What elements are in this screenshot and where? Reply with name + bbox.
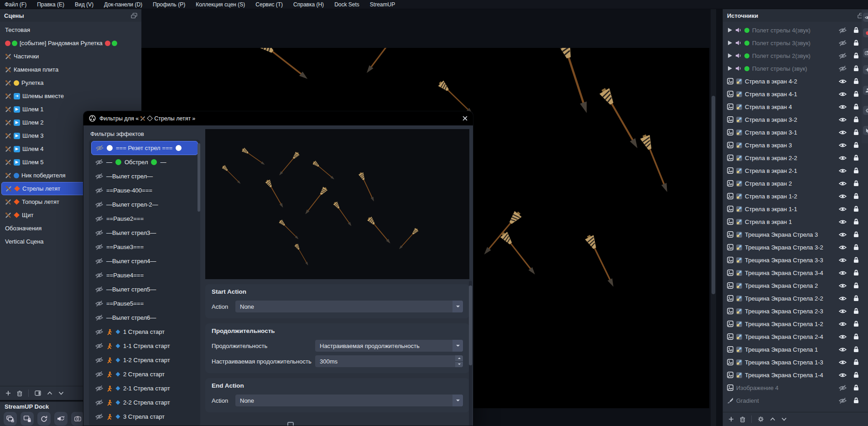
dock-strip-cursor-button[interactable] [863, 126, 868, 135]
source-item[interactable]: Стрела в экран 2-2 [723, 151, 868, 164]
refresh-audio-monitoring-button[interactable] [54, 412, 68, 426]
move-scene-up-button[interactable] [47, 391, 52, 395]
menu-item[interactable]: StreamUP [370, 1, 395, 8]
scene-item[interactable]: ➜ ▶ Частички [1, 50, 140, 63]
lock-icon[interactable] [853, 333, 859, 340]
filter-disabled-eye-icon[interactable] [95, 216, 103, 222]
custom-duration-input[interactable]: 300ms [315, 355, 463, 367]
source-item[interactable]: Трещина Экрана Стрела 2-3 [723, 305, 868, 317]
canvas-scrollbar[interactable] [711, 9, 716, 426]
remove-scene-button[interactable] [17, 390, 22, 396]
visibility-eye-slash-icon[interactable] [839, 398, 847, 404]
filter-disabled-eye-icon[interactable] [95, 159, 103, 165]
scene-item[interactable]: ➜ ▶ Шлемы вместе [1, 89, 140, 103]
filter-item[interactable]: 1-1 Стрела старт [91, 339, 198, 353]
dock-popout-icon[interactable] [131, 13, 137, 19]
source-item[interactable]: Трещина Экрана Стрела 1-3 [723, 356, 868, 369]
source-item[interactable]: Стрела в экран 1-2 [723, 190, 868, 203]
lock-icon[interactable] [853, 231, 859, 238]
scene-filters-button[interactable] [35, 390, 41, 396]
video-capture-settings-button[interactable] [71, 412, 84, 426]
visibility-eye-icon[interactable] [839, 193, 847, 199]
move-source-down-button[interactable] [781, 417, 787, 421]
lock-icon[interactable] [853, 270, 859, 276]
move-scene-down-button[interactable] [58, 391, 64, 395]
filter-disabled-eye-icon[interactable] [95, 385, 103, 391]
source-item[interactable]: Трещина Экрана Стрела 3-4 [723, 266, 868, 279]
visibility-eye-slash-icon[interactable] [839, 27, 847, 33]
filter-disabled-eye-icon[interactable] [95, 400, 103, 405]
visibility-eye-icon[interactable] [839, 244, 847, 250]
visibility-eye-icon[interactable] [839, 334, 847, 340]
filter-disabled-eye-icon[interactable] [95, 230, 103, 236]
menu-item[interactable]: Справка (H) [293, 1, 324, 8]
source-item[interactable]: Стрела в экран 4 [723, 100, 868, 113]
filter-item[interactable]: ==Pause5=== [91, 296, 198, 311]
visibility-eye-icon[interactable] [839, 283, 847, 289]
filter-disabled-eye-icon[interactable] [95, 272, 103, 278]
dock-strip-gear-button[interactable] [863, 106, 868, 115]
visibility-eye-icon[interactable] [839, 359, 847, 365]
source-item[interactable]: Полет стрелы (звук) [723, 62, 868, 75]
filter-disabled-eye-icon[interactable] [95, 343, 103, 349]
dialog-titlebar[interactable]: Фильтры для « Стрелы летят » [83, 111, 473, 125]
lock-icon[interactable] [853, 257, 859, 263]
visibility-eye-slash-icon[interactable] [839, 66, 847, 72]
dock-strip-person-button[interactable] [863, 86, 868, 95]
filter-item[interactable]: —Вылет стрел6— [91, 311, 198, 325]
visibility-eye-icon[interactable] [839, 181, 847, 187]
visibility-eye-icon[interactable] [839, 91, 847, 97]
menu-item[interactable]: Dock Sets [334, 1, 359, 8]
remove-source-button[interactable] [740, 416, 745, 422]
lock-icon[interactable] [853, 346, 859, 353]
lock-icon[interactable] [853, 78, 859, 84]
refresh-browser-sources-button[interactable] [37, 412, 51, 426]
move-source-up-button[interactable] [770, 417, 775, 421]
source-item[interactable]: Полет стрелы 3(звук) [723, 36, 868, 49]
filter-item[interactable]: —Вылет стрел3— [91, 226, 198, 240]
visibility-eye-icon[interactable] [839, 206, 847, 212]
start-action-select[interactable]: None [235, 301, 463, 312]
source-item[interactable]: Трещина Экрана Стрела 3-3 [723, 254, 868, 266]
bottom-checkbox[interactable] [287, 422, 294, 426]
lock-icon[interactable] [853, 359, 859, 365]
source-item[interactable]: Трещина Экрана Стрела 2-4 [723, 330, 868, 343]
menu-item[interactable]: Вид (V) [75, 1, 94, 8]
lock-icon[interactable] [853, 295, 859, 301]
filter-disabled-eye-icon[interactable] [95, 286, 103, 292]
source-item[interactable]: Стрела в экран 1-1 [723, 203, 868, 215]
source-item[interactable]: Стрела в экран 4-1 [723, 88, 868, 100]
lock-icon[interactable] [853, 65, 859, 72]
scene-item[interactable]: ➜ ▶ Каменная плита [1, 63, 140, 76]
filter-item[interactable]: === Резет стрел === [91, 141, 198, 155]
filter-disabled-eye-icon[interactable] [95, 301, 103, 307]
visibility-eye-icon[interactable] [839, 78, 847, 84]
source-item[interactable]: Полет стрелы 2(звук) [723, 49, 868, 62]
lock-all-sources-button[interactable] [21, 412, 34, 426]
filter-item[interactable]: 2 Стрела старт [91, 367, 198, 381]
source-item[interactable]: Полет стрелы 4(звук) [723, 24, 868, 36]
filter-disabled-eye-icon[interactable] [95, 315, 103, 321]
source-item[interactable]: Трещина Экрана Стрела 2 [723, 279, 868, 292]
lock-icon[interactable] [853, 40, 859, 46]
filter-disabled-eye-icon[interactable] [95, 414, 103, 420]
filter-item[interactable]: —Вылет стрел— [91, 169, 198, 183]
lock-icon[interactable] [853, 142, 859, 148]
filter-item[interactable]: 1-2 Стрела старт [91, 353, 198, 367]
filter-item[interactable]: —Вылет стрел5— [91, 282, 198, 296]
visibility-eye-icon[interactable] [839, 168, 847, 174]
filter-item[interactable]: 2-2 Стрела старт [91, 395, 198, 410]
lock-icon[interactable] [853, 397, 859, 404]
lock-icon[interactable] [853, 52, 859, 59]
menu-item[interactable]: Док-панели (D) [104, 1, 142, 8]
visibility-eye-icon[interactable] [839, 117, 847, 123]
lock-icon[interactable] [853, 206, 859, 212]
lock-icon[interactable] [853, 244, 859, 250]
end-action-select[interactable]: None [235, 395, 463, 406]
visibility-eye-icon[interactable] [839, 130, 847, 135]
visibility-eye-icon[interactable] [839, 270, 847, 276]
filter-disabled-eye-icon[interactable] [95, 244, 103, 250]
source-properties-button[interactable] [758, 416, 764, 422]
scene-item[interactable]: ➜ ▶ Рулетка [1, 76, 140, 89]
source-item[interactable]: Стрела в экран 3-2 [723, 113, 868, 126]
